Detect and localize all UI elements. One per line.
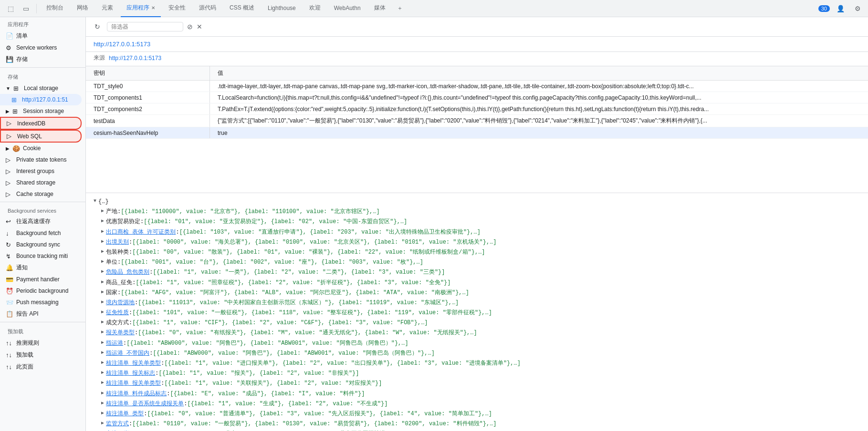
json-item[interactable]: ▶ 指运港: [{label: "ABW000", value: "阿鲁巴"},… (94, 339, 860, 349)
item-expand-icon[interactable]: ▶ (101, 318, 104, 326)
settings-icon[interactable]: ⚙ (851, 2, 864, 15)
json-item[interactable]: ▶ 单位: [{label: "001", value: "台"}, {labe… (94, 257, 860, 267)
table-row[interactable]: cesium-hasSeenNavHelp true (86, 127, 868, 139)
tab-welcome[interactable]: 欢迎 (303, 0, 326, 17)
device-icon[interactable]: ▭ (19, 2, 32, 15)
json-item[interactable]: ▶ 核注清单_是否系统生成报关单: [{label: "1", value: "… (94, 399, 860, 409)
json-item[interactable]: ▶ 核注清单_报关标志: [{label: "1", value: "报关"},… (94, 369, 860, 379)
tab-close-icon[interactable]: ✕ (151, 5, 155, 10)
item-expand-icon[interactable]: ▶ (101, 369, 104, 377)
tab-css-overview[interactable]: CSS 概述 (224, 0, 260, 17)
json-item[interactable]: ▶ 优惠贸易协定: [{label: "01", value: "亚太贸易协定"… (94, 217, 860, 227)
tab-webauthn[interactable]: WebAuthn (328, 0, 366, 17)
json-item[interactable]: ▶ 出境关别: [{label: "0000", value: "海关总署"},… (94, 237, 860, 247)
tab-network[interactable]: 网络 (71, 0, 94, 17)
sidebar-item-local-storage[interactable]: ▼ ⊞ Local storage (0, 82, 82, 94)
sidebar-item-cache-storage[interactable]: ▷ Cache storage (0, 188, 82, 200)
item-expand-icon[interactable]: ▶ (101, 390, 104, 397)
sidebar-item-interest-groups[interactable]: ▷ Interest groups (0, 165, 82, 177)
json-item[interactable]: ▶ 产地: [{label: "110000", value: "北京市"}, … (94, 207, 860, 217)
filter-clear-icon[interactable]: ⊘ (187, 23, 193, 31)
issue-badge[interactable]: 30 (818, 5, 830, 12)
table-row[interactable]: testData {"监管方式":[{"label":"0110","value… (86, 115, 868, 127)
filter-input[interactable] (107, 22, 183, 31)
sidebar-item-shared-storage[interactable]: ▷ Shared storage (0, 177, 82, 188)
item-expand-icon[interactable]: ▶ (101, 207, 104, 215)
sidebar-item-background-fetch[interactable]: ↓ Background fetch (0, 227, 82, 239)
item-expand-icon[interactable]: ▶ (101, 359, 104, 367)
table-row[interactable]: TDT_components2 T.PathEx=T.jT.extend({op… (86, 103, 868, 115)
tab-lighthouse[interactable]: Lighthouse (262, 0, 302, 17)
refresh-button[interactable]: ↻ (92, 21, 103, 32)
sidebar-item-push-messaging[interactable]: 📨 Push messaging (0, 297, 82, 308)
item-expand-icon[interactable]: ▶ (101, 349, 104, 357)
json-item[interactable]: ▶ 核注清单_类型: [{label: "0", value: "普通清单"},… (94, 409, 860, 419)
sidebar-item-bounce-tracking[interactable]: ↯ Bounce tracking miti (0, 250, 82, 262)
add-tab-button[interactable]: ＋ (393, 2, 407, 15)
sidebar-item-storage-top[interactable]: 💾 存储 (0, 53, 82, 65)
item-expand-icon[interactable]: ▶ (101, 258, 104, 266)
sidebar-item-cookie[interactable]: ▶ 🍪 Cookie (0, 143, 82, 154)
item-expand-icon[interactable]: ▶ (101, 217, 104, 225)
json-item[interactable]: ▶ 核注清单_料件成品标志: [{label: "E", value: "成品"… (94, 389, 860, 399)
sidebar-item-local-storage-url[interactable]: ⊞ http://127.0.0.1:51 (0, 94, 82, 105)
item-expand-icon[interactable]: ▶ (101, 328, 104, 336)
sidebar-item-web-sql[interactable]: ▷ Web SQL (0, 130, 82, 143)
item-expand-icon[interactable]: ▶ (101, 278, 104, 286)
item-expand-icon[interactable]: ▶ (101, 308, 104, 316)
item-expand-icon[interactable]: ▶ (101, 339, 104, 347)
item-expand-icon[interactable]: ▶ (101, 238, 104, 246)
filter-close-icon[interactable]: ✕ (197, 23, 202, 31)
user-icon[interactable]: 👤 (834, 2, 847, 15)
json-item[interactable]: ▶ 国家: [{label: "AFG", value: "阿富汗"}, {la… (94, 288, 860, 298)
tab-media[interactable]: 媒体 (368, 0, 391, 17)
item-expand-icon[interactable]: ▶ (101, 228, 104, 236)
sidebar-item-private-state[interactable]: ▷ Private state tokens (0, 154, 82, 165)
expand-icon[interactable]: ▼ (94, 197, 96, 205)
json-item[interactable]: ▶ 危险品_危包类别: [{label: "1", value: "一类"}, … (94, 267, 860, 277)
json-root[interactable]: ▼ {…} (94, 197, 860, 207)
item-expand-icon[interactable]: ▶ (101, 410, 104, 417)
json-item[interactable]: ▶ 指运港_不带国内: [{label: "ABW000", value: "阿… (94, 349, 860, 359)
sidebar-item-session-storage[interactable]: ▶ ⊞ Session storage (0, 105, 82, 117)
json-item[interactable]: ▶ 离境口岸: [{label: "110001", value: "北京"},… (94, 429, 860, 431)
json-item[interactable]: ▶ 出口商检_表体_许可证类别: [{label: "103", value: … (94, 227, 860, 237)
item-expand-icon[interactable]: ▶ (101, 420, 104, 427)
sidebar-item-preloads[interactable]: ↑↓ 预加载 (0, 349, 82, 361)
tab-application[interactable]: 应用程序 ✕ (121, 0, 161, 17)
table-row[interactable]: TDT_style0 .tdt-image-layer,.tdt-layer,.… (86, 81, 868, 92)
sidebar-item-speculation-rules[interactable]: ↑↓ 推测规则 (0, 337, 82, 349)
tab-console[interactable]: 控制台 (41, 0, 69, 17)
sidebar-item-indexeddb[interactable]: ▷ IndexedDB (0, 117, 82, 130)
tab-elements[interactable]: 元素 (96, 0, 119, 17)
json-item[interactable]: ▶ 商品_征免: [{label: "1", value: "照章征税"}, {… (94, 278, 860, 288)
json-item[interactable]: ▶ 成交方式: [{label: "1", value: "CIF"}, {la… (94, 318, 860, 328)
sidebar-item-notifications[interactable]: 🔔 通知 (0, 262, 82, 274)
json-item[interactable]: ▶ 征免性质: [{label: "101", value: "一般征税"}, … (94, 308, 860, 318)
json-item[interactable]: ▶ 监管方式: [{label: "0110", value: "一般贸易"},… (94, 419, 860, 429)
sidebar-item-report-api[interactable]: 📋 报告 API (0, 308, 82, 320)
sidebar-item-service-workers[interactable]: ⚙ Service workers (0, 42, 82, 53)
item-expand-icon[interactable]: ▶ (101, 298, 104, 306)
json-item[interactable]: ▶ 核注清单_报关单类型: [{label: "1", value: "进口报关… (94, 359, 860, 369)
sidebar-item-back-forward-cache[interactable]: ↩ 往返高速缓存 (0, 216, 82, 227)
item-expand-icon[interactable]: ▶ (101, 248, 104, 256)
tab-sources[interactable]: 源代码 (193, 0, 222, 17)
sidebar-item-background-sync[interactable]: ↻ Background sync (0, 239, 82, 250)
sidebar-item-payment-handler[interactable]: 💳 Payment handler (0, 274, 82, 285)
sidebar-item-this-page[interactable]: ↑↓ 此页面 (0, 361, 82, 373)
json-item[interactable]: ▶ 核注清单_报关单类型: [{label: "1", value: "关联报关… (94, 379, 860, 389)
json-item[interactable]: ▶ 境内货源地: [{label: "11013", value: "中关村国家… (94, 298, 860, 308)
item-expand-icon[interactable]: ▶ (101, 400, 104, 407)
inspect-icon[interactable]: ⬚ (4, 2, 17, 15)
item-expand-icon[interactable]: ▶ (101, 379, 104, 387)
sidebar-item-manifest[interactable]: 📄 清单 (0, 30, 82, 42)
tab-security[interactable]: 安全性 (163, 0, 191, 17)
json-item[interactable]: ▶ 包装种类: [{label: "00", value: "散装"}, {la… (94, 247, 860, 257)
sidebar-item-periodic-background[interactable]: ⏰ Periodic background (0, 285, 82, 297)
item-expand-icon[interactable]: ▶ (101, 268, 104, 276)
json-item[interactable]: ▶ 报关单类型: [{label: "0", value: "有纸报关"}, {… (94, 328, 860, 338)
table-row[interactable]: TDT_components1 T.LocalSearch=function(t… (86, 92, 868, 103)
item-expand-icon[interactable]: ▶ (101, 288, 104, 296)
json-key: 指运港_不带国内 (106, 349, 149, 358)
